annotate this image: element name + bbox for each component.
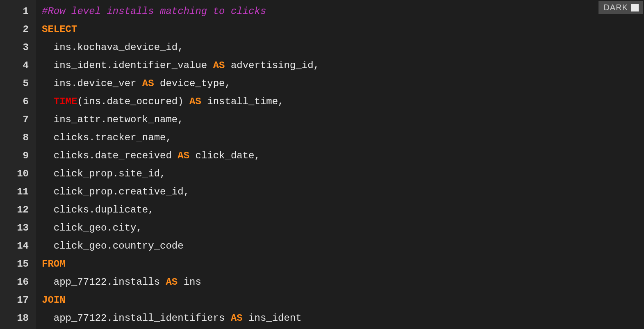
code-line[interactable]: ins.kochava_device_id, <box>42 39 644 57</box>
line-number: 6 <box>0 93 36 111</box>
indent <box>42 96 54 107</box>
code-token: (ins.date_occured) <box>77 96 189 107</box>
code-token: install_time, <box>201 96 284 107</box>
code-editor[interactable]: 123456789101112131415161718 DARK #Row le… <box>0 0 644 329</box>
code-token: click_date, <box>189 150 260 161</box>
code-line[interactable]: click_prop.site_id, <box>42 165 644 183</box>
code-token: click_prop.site_id, <box>54 168 166 179</box>
code-token: ins <box>177 276 201 288</box>
line-number: 14 <box>0 237 36 255</box>
code-token: AS <box>142 78 154 89</box>
line-number: 18 <box>0 309 36 327</box>
line-number: 13 <box>0 219 36 237</box>
code-token: click_prop.creative_id, <box>54 186 189 197</box>
code-token: AS <box>166 276 177 288</box>
code-token: AS <box>189 96 201 107</box>
code-line[interactable]: #Row level installs matching to clicks <box>42 2 644 21</box>
code-token: ins.device_ver <box>54 78 142 89</box>
indent <box>42 204 54 215</box>
code-token: AS <box>177 150 189 161</box>
indent <box>42 276 54 288</box>
theme-toggle-label: DARK <box>603 3 628 12</box>
code-token: clicks.date_received <box>54 150 177 161</box>
indent <box>42 240 54 251</box>
line-number: 15 <box>0 255 36 273</box>
code-area[interactable]: DARK #Row level installs matching to cli… <box>36 0 644 329</box>
code-line[interactable]: ins.device_ver AS device_type, <box>42 75 644 93</box>
indent <box>42 42 54 53</box>
line-number-gutter: 123456789101112131415161718 <box>0 0 36 329</box>
code-line[interactable]: app_77122.installs AS ins <box>42 273 644 291</box>
indent <box>42 222 54 233</box>
indent <box>42 78 54 89</box>
code-line[interactable]: JOIN <box>42 291 644 309</box>
code-token: SELECT <box>42 24 77 35</box>
code-line[interactable]: TIME(ins.date_occured) AS install_time, <box>42 93 644 111</box>
code-line[interactable]: click_geo.city, <box>42 219 644 237</box>
code-token: advertising_id, <box>225 60 319 71</box>
code-line[interactable]: app_77122.install_identifiers AS ins_ide… <box>42 309 644 327</box>
code-token: app_77122.install_identifiers <box>54 313 231 324</box>
line-number: 17 <box>0 291 36 309</box>
code-line[interactable]: clicks.duplicate, <box>42 201 644 219</box>
code-token: clicks.duplicate, <box>54 204 154 215</box>
code-token: ins.kochava_device_id, <box>54 42 184 53</box>
code-line[interactable]: ins_attr.network_name, <box>42 111 644 129</box>
code-token: click_geo.country_code <box>54 240 184 251</box>
line-number: 16 <box>0 273 36 291</box>
indent <box>42 313 54 324</box>
line-number: 2 <box>0 21 36 39</box>
code-token: #Row level installs matching to clicks <box>42 6 266 17</box>
code-token: TIME <box>54 96 77 107</box>
code-line[interactable]: ins_ident.identifier_value AS advertisin… <box>42 57 644 75</box>
code-token: AS <box>213 60 225 71</box>
line-number: 12 <box>0 201 36 219</box>
indent <box>42 60 54 71</box>
code-token: ins_ident.identifier_value <box>54 60 213 71</box>
indent <box>42 114 54 125</box>
code-line[interactable]: click_geo.country_code <box>42 237 644 255</box>
line-number: 9 <box>0 147 36 165</box>
indent <box>42 150 54 161</box>
code-line[interactable]: clicks.date_received AS click_date, <box>42 147 644 165</box>
code-token: JOIN <box>42 295 66 306</box>
theme-swatch-icon <box>631 4 639 11</box>
theme-toggle-button[interactable]: DARK <box>598 1 643 14</box>
code-line[interactable]: SELECT <box>42 21 644 39</box>
code-token: ins_ident <box>243 313 302 324</box>
code-line[interactable]: click_prop.creative_id, <box>42 183 644 201</box>
line-number: 1 <box>0 2 36 21</box>
indent <box>42 168 54 179</box>
code-line[interactable]: clicks.tracker_name, <box>42 129 644 147</box>
line-number: 11 <box>0 183 36 201</box>
code-line[interactable]: FROM <box>42 255 644 273</box>
code-token: AS <box>231 313 243 324</box>
line-number: 7 <box>0 111 36 129</box>
line-number: 8 <box>0 129 36 147</box>
code-token: clicks.tracker_name, <box>54 132 172 143</box>
code-token: app_77122.installs <box>54 276 166 288</box>
line-number: 5 <box>0 75 36 93</box>
indent <box>42 186 54 197</box>
code-token: device_type, <box>154 78 231 89</box>
line-number: 4 <box>0 57 36 75</box>
line-number: 10 <box>0 165 36 183</box>
code-token: FROM <box>42 258 66 270</box>
indent <box>42 132 54 143</box>
line-number: 3 <box>0 39 36 57</box>
code-token: ins_attr.network_name, <box>54 114 184 125</box>
code-token: click_geo.city, <box>54 222 142 233</box>
